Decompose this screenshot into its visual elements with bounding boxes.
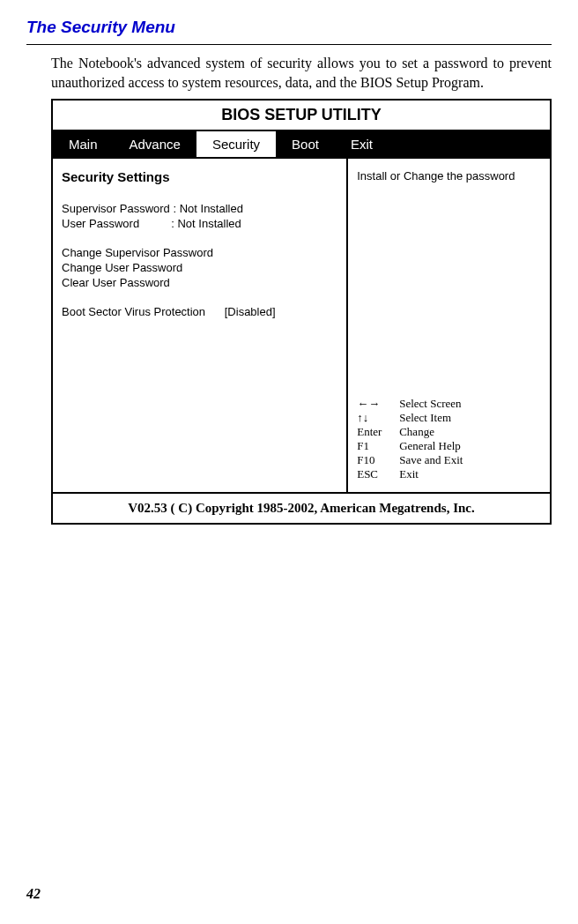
exit-label: Exit [399, 467, 419, 481]
menu-security[interactable]: Security [196, 131, 276, 157]
supervisor-label: Supervisor Password [62, 202, 170, 215]
password-actions-group: Change Supervisor Password Change User P… [62, 246, 337, 289]
bios-menu-bar: Main Advance Security Boot Exit [53, 131, 550, 159]
legend-esc: ESC Exit [357, 467, 541, 481]
change-user-item[interactable]: Change User Password [62, 261, 337, 274]
change-label: Change [399, 425, 434, 439]
menu-main[interactable]: Main [53, 131, 114, 157]
key-legend: ←→ Select Screen ↑↓ Select Item Enter Ch… [357, 397, 541, 481]
user-password-row: User Password : Not Installed [62, 217, 337, 230]
general-help-label: General Help [399, 439, 461, 453]
user-value: Not Installed [177, 217, 241, 230]
f1-key: F1 [357, 439, 399, 453]
esc-key: ESC [357, 467, 399, 481]
boot-sector-row[interactable]: Boot Sector Virus Protection [Disabled] [62, 305, 337, 318]
select-item-label: Select Item [399, 411, 451, 425]
menu-boot[interactable]: Boot [276, 131, 335, 157]
change-supervisor-item[interactable]: Change Supervisor Password [62, 246, 337, 259]
bios-title: BIOS SETUP UTILITY [53, 101, 550, 131]
section-title: The Security Menu [26, 18, 552, 37]
enter-key: Enter [357, 425, 399, 439]
settings-panel: Security Settings Supervisor Password : … [53, 159, 348, 492]
legend-arrows-ud: ↑↓ Select Item [357, 411, 541, 425]
intro-paragraph: The Notebook's advanced system of securi… [51, 54, 552, 92]
boot-sector-value: [Disabled] [225, 305, 276, 318]
arrows-left-right-icon: ←→ [357, 397, 399, 411]
menu-advance[interactable]: Advance [114, 131, 196, 157]
save-exit-label: Save and Exit [399, 453, 463, 467]
password-status-group: Supervisor Password : Not Installed User… [62, 202, 337, 230]
clear-user-item[interactable]: Clear User Password [62, 276, 337, 289]
boot-sector-label: Boot Sector Virus Protection [62, 305, 205, 318]
legend-arrows-lr: ←→ Select Screen [357, 397, 541, 411]
legend-f1: F1 General Help [357, 439, 541, 453]
help-panel: Install or Change the password ←→ Select… [348, 159, 550, 492]
supervisor-value: Not Installed [180, 202, 243, 215]
bios-content-area: Security Settings Supervisor Password : … [53, 159, 550, 494]
page-number: 42 [26, 886, 41, 902]
boot-sector-group: Boot Sector Virus Protection [Disabled] [62, 305, 337, 318]
user-label: User Password [62, 217, 139, 230]
divider [26, 44, 552, 45]
f10-key: F10 [357, 453, 399, 467]
legend-enter: Enter Change [357, 425, 541, 439]
bios-screenshot: BIOS SETUP UTILITY Main Advance Security… [51, 99, 552, 525]
arrows-up-down-icon: ↑↓ [357, 411, 399, 425]
settings-heading: Security Settings [62, 169, 337, 184]
help-text: Install or Change the password [357, 169, 541, 183]
menu-exit[interactable]: Exit [335, 131, 389, 157]
select-screen-label: Select Screen [399, 397, 461, 411]
supervisor-password-row: Supervisor Password : Not Installed [62, 202, 337, 215]
legend-f10: F10 Save and Exit [357, 453, 541, 467]
copyright-bar: V02.53 ( C) Copyright 1985-2002, America… [53, 494, 550, 523]
